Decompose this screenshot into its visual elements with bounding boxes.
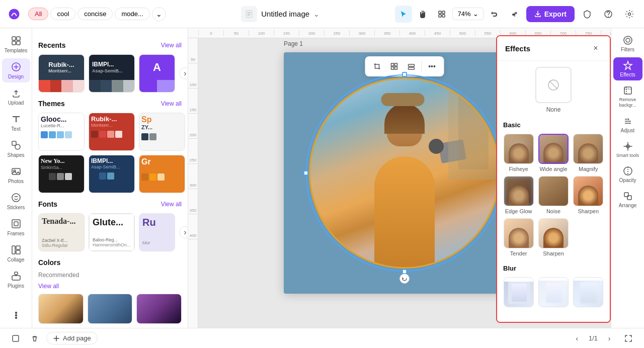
- help-icon-btn[interactable]: [600, 6, 617, 23]
- effect-none: None: [503, 67, 604, 113]
- font-card-3[interactable]: Ru Mor: [139, 213, 175, 251]
- left-panel: Recents View all Rubik-... Montserr...: [32, 28, 188, 328]
- theme-card-6[interactable]: Gr: [139, 155, 185, 193]
- sidebar-item-frames[interactable]: Frames: [2, 215, 30, 239]
- effects-blur-title: Blur: [503, 265, 604, 272]
- sidebar-item-design[interactable]: Design: [2, 58, 30, 82]
- doc-dropdown-icon[interactable]: ⌄: [313, 10, 319, 18]
- effect-tender[interactable]: Tender: [503, 218, 534, 256]
- logo[interactable]: [6, 6, 22, 22]
- rs-remove-bg[interactable]: Remove backgr...: [613, 82, 642, 111]
- theme-card-4[interactable]: New Yo... SinkinSa...: [38, 155, 85, 193]
- svg-rect-2: [439, 11, 441, 14]
- topbar: All cool concise mode... ⌄ Untitled imag…: [0, 0, 644, 28]
- circle-frame-container[interactable]: [309, 77, 500, 269]
- settings-icon-btn[interactable]: [621, 6, 638, 23]
- svg-rect-10: [12, 41, 16, 45]
- fonts-view-all[interactable]: View all: [161, 201, 182, 208]
- sidebar-label-design: Design: [8, 74, 24, 79]
- sidebar-label-stickers: Stickers: [7, 205, 25, 210]
- effect-fisheye[interactable]: Fisheye: [503, 134, 534, 172]
- rs-remove-bg-label: Remove backgr...: [615, 97, 640, 108]
- add-page-button[interactable]: Add page: [46, 332, 98, 344]
- ft-grid-button[interactable]: [386, 58, 403, 74]
- recent-card-1[interactable]: Rubik-... Montserr...: [38, 54, 85, 93]
- rs-arrange[interactable]: Arrange: [613, 188, 642, 211]
- fonts-scroll-right[interactable]: ›: [179, 226, 188, 238]
- effect-sharpen-2[interactable]: Sharpen: [538, 218, 569, 256]
- export-button[interactable]: Export: [526, 6, 575, 22]
- font-card-2[interactable]: Glute... Baloo-Reg... HammersmithOn...: [89, 213, 135, 251]
- ft-crop-button[interactable]: [369, 58, 385, 74]
- theme-card-5[interactable]: IBMPl... Asap-SemiB...: [89, 155, 135, 193]
- sidebar-item-templates[interactable]: Templates: [2, 32, 30, 56]
- sidebar-item-stickers[interactable]: Stickers: [2, 189, 30, 213]
- color-card-2[interactable]: [88, 294, 133, 324]
- doc-title[interactable]: Untitled image: [261, 10, 309, 18]
- font-card-1[interactable]: Tenada-... Zacbel X-E... Stilu-Regular: [38, 213, 85, 251]
- effects-content: None Basic Fisheye Wide: [497, 61, 610, 323]
- sidebar-item-more[interactable]: [2, 307, 30, 324]
- sidebar-item-plugins[interactable]: Plugins: [2, 268, 30, 292]
- tag-mode[interactable]: mode...: [115, 8, 149, 20]
- canvas-page[interactable]: •••: [284, 52, 525, 294]
- effect-noise[interactable]: Noise: [538, 176, 569, 214]
- prev-page-button[interactable]: ‹: [570, 331, 585, 346]
- theme-card-2[interactable]: Rubik-... Montserr...: [89, 113, 135, 151]
- recent-card-2[interactable]: IBMPl... Asap-SemiB...: [89, 54, 135, 93]
- shield-icon-btn[interactable]: [579, 6, 596, 23]
- tag-all[interactable]: All: [28, 8, 48, 20]
- sidebar-item-collage[interactable]: Collage: [2, 241, 30, 266]
- rs-smart-tools[interactable]: Smart tools: [613, 138, 642, 161]
- tag-more-button[interactable]: ⌄: [152, 7, 166, 21]
- tag-concise[interactable]: concise: [77, 8, 113, 20]
- redo-button[interactable]: [505, 6, 522, 23]
- theme-card-1[interactable]: Glooc... Lucette-R...: [38, 113, 85, 151]
- effect-edge-glow[interactable]: Edge Glow: [503, 176, 534, 214]
- rs-effects-label: Effects: [620, 72, 635, 77]
- delete-button[interactable]: [27, 331, 42, 346]
- svg-rect-22: [16, 250, 20, 254]
- color-card-3[interactable]: [136, 294, 182, 324]
- recent-card-3[interactable]: A: [139, 54, 175, 93]
- themes-view-all[interactable]: View all: [161, 100, 182, 107]
- zoom-value: 74%: [458, 10, 471, 18]
- rs-adjust[interactable]: Adjust: [613, 113, 642, 136]
- svg-point-0: [9, 9, 20, 19]
- recents-scroll-right[interactable]: ›: [179, 67, 188, 79]
- next-page-button[interactable]: ›: [602, 331, 617, 346]
- sidebar-item-shapes[interactable]: Shapes: [2, 137, 30, 161]
- pointer-tool[interactable]: [395, 6, 412, 23]
- sidebar-item-upload[interactable]: Upload: [2, 84, 30, 109]
- color-card-1[interactable]: [38, 294, 84, 324]
- sidebar-item-photos[interactable]: Photos: [2, 163, 30, 187]
- zoom-selector[interactable]: 74% ⌄: [452, 8, 484, 20]
- effects-close-button[interactable]: ×: [590, 42, 602, 54]
- ft-more-button[interactable]: •••: [424, 58, 440, 74]
- effect-blur-2[interactable]: [538, 277, 569, 309]
- colors-view-all[interactable]: View all: [38, 283, 59, 290]
- page-settings-button[interactable]: [8, 331, 23, 346]
- rs-effects[interactable]: Effects: [613, 57, 642, 80]
- rotate-handle[interactable]: [399, 274, 410, 284]
- sidebar-icons: Templates Design Upload Text Shapes Phot…: [0, 28, 32, 328]
- themes-header: Themes View all: [38, 100, 182, 108]
- hand-tool[interactable]: [414, 6, 431, 23]
- fullscreen-button[interactable]: [621, 331, 636, 346]
- theme-card-3[interactable]: Sp ZY...: [139, 113, 185, 151]
- rs-filters[interactable]: Filters: [613, 32, 642, 55]
- effect-none-box[interactable]: [535, 67, 572, 103]
- rs-opacity[interactable]: Opacity: [613, 163, 642, 186]
- effect-blur-1[interactable]: [503, 277, 534, 309]
- effect-magnify[interactable]: Magnify: [573, 134, 604, 172]
- recents-view-all[interactable]: View all: [161, 42, 182, 49]
- sidebar-item-text[interactable]: Text: [2, 111, 30, 135]
- svg-rect-14: [12, 141, 16, 145]
- layout-tool[interactable]: [433, 6, 450, 23]
- effect-wide-angle[interactable]: Wide angle: [538, 134, 569, 172]
- effect-blur-3[interactable]: [573, 277, 604, 309]
- doc-icon[interactable]: [241, 6, 257, 22]
- effect-sharpen[interactable]: Sharpen: [573, 176, 604, 214]
- undo-button[interactable]: [486, 6, 503, 23]
- tag-cool[interactable]: cool: [50, 8, 75, 20]
